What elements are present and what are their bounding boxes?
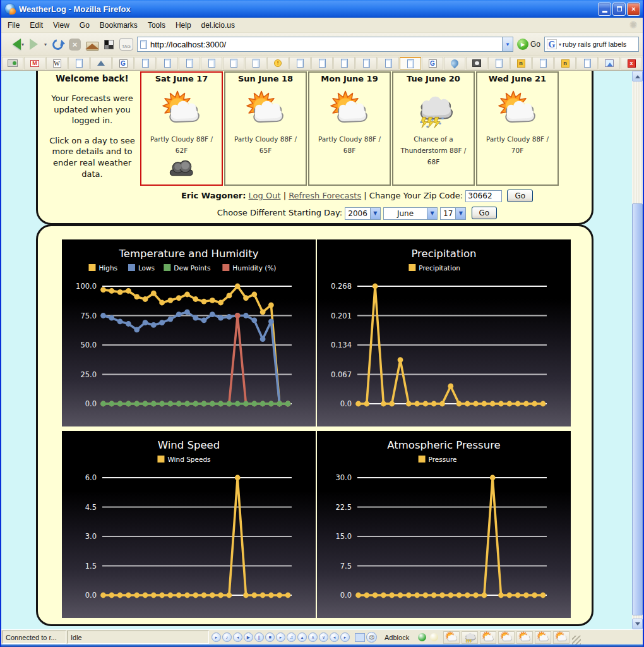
status-weather-4[interactable]	[516, 631, 533, 644]
media-button-0[interactable]: ▸	[212, 632, 221, 642]
month-select[interactable]: June▼	[383, 207, 438, 220]
vertical-scrollbar[interactable]	[632, 71, 643, 629]
status-weather-6[interactable]	[553, 631, 569, 644]
media-button-6[interactable]: ▸	[276, 632, 285, 642]
bookmark-close-28[interactable]: x	[621, 57, 642, 70]
media-button-4[interactable]: ||	[254, 632, 264, 642]
year-select[interactable]: 2006▼	[345, 207, 381, 220]
media-button-5[interactable]: ■	[265, 632, 275, 642]
search-engine-dropdown-icon[interactable]: ▾	[559, 42, 561, 47]
restore-button[interactable]	[612, 3, 626, 16]
bookmark-page-17[interactable]	[378, 57, 399, 70]
media-button-7[interactable]: ♫	[287, 632, 296, 642]
bookmark-page-13[interactable]	[289, 57, 311, 70]
status-weather-2[interactable]	[480, 631, 496, 644]
reload-button[interactable]	[51, 35, 65, 54]
bookmark-google-5[interactable]: G	[112, 57, 134, 70]
bookmark-page-8[interactable]	[179, 57, 200, 70]
bookmark-coin-12[interactable]: !	[267, 57, 289, 70]
back-button[interactable]: ▾	[5, 35, 26, 54]
menu-bookmarks[interactable]: Bookmarks	[95, 19, 143, 32]
close-button[interactable]: ×	[627, 3, 640, 16]
bookmark-tool-0[interactable]	[2, 57, 23, 70]
forward-dropdown-icon[interactable]: ▾	[44, 42, 47, 47]
back-dropdown-icon[interactable]: ▾	[21, 42, 24, 47]
bookmark-page-6[interactable]	[134, 57, 156, 70]
search-box[interactable]: G ▾ ruby rails gruff labels	[544, 37, 639, 52]
menu-view[interactable]: View	[48, 19, 75, 32]
minimize-button[interactable]	[598, 3, 611, 16]
status-weather-0[interactable]	[443, 631, 460, 644]
stop-button[interactable]: ×	[67, 35, 83, 54]
media-button-3[interactable]: ▶	[244, 632, 253, 642]
bookmark-page-3[interactable]	[68, 57, 90, 70]
starting-day-go-button[interactable]: Go	[472, 207, 498, 219]
forecast-day-card-4[interactable]: Wed June 21Partly Cloudy 88F / 70F	[476, 71, 559, 186]
go-button[interactable]: ▶ Go	[515, 39, 542, 50]
media-button-1[interactable]: ♪	[222, 632, 232, 642]
logout-link[interactable]: Log Out	[249, 191, 281, 200]
day-select[interactable]: 17▼	[440, 207, 466, 220]
media-button-10[interactable]: ∨	[319, 632, 328, 642]
bookmark-delicious-4[interactable]	[90, 57, 112, 70]
zip-go-button[interactable]: Go	[507, 190, 533, 202]
bookmark-page-7[interactable]	[157, 57, 178, 70]
url-bar[interactable]: http://localhost:3000/ ▼	[137, 37, 513, 52]
menu-go[interactable]: Go	[75, 19, 95, 32]
menu-help[interactable]: Help	[170, 19, 196, 32]
scroll-down-button[interactable]	[632, 619, 643, 629]
forecast-day-card-0[interactable]: Sat June 17Partly Cloudy 88F / 62F	[140, 71, 223, 186]
url-dropdown-button[interactable]: ▼	[502, 37, 513, 51]
bookmark-mountain-27[interactable]	[599, 57, 620, 70]
bookmark-page-26[interactable]	[576, 57, 598, 70]
home-button[interactable]	[85, 35, 100, 54]
bookmark-wiki-2[interactable]: W	[46, 57, 68, 70]
bookmark-note-23[interactable]: n	[510, 57, 532, 70]
forecast-day-card-1[interactable]: Sun June 18Partly Cloudy 88F / 65F	[224, 71, 307, 186]
bookmark-page-15[interactable]	[333, 57, 355, 70]
tag-button[interactable]: TAG	[117, 35, 135, 54]
indicator-dot-0[interactable]	[418, 633, 426, 641]
bookmark-drupal-20[interactable]	[444, 57, 465, 70]
bookmark-gmail-1[interactable]: M	[24, 57, 45, 70]
window-panel-icon[interactable]	[355, 633, 365, 642]
bookmark-page-11[interactable]	[245, 57, 266, 70]
url-text[interactable]: http://localhost:3000/	[150, 40, 502, 49]
resize-grip-icon[interactable]	[572, 636, 581, 644]
status-weather-1[interactable]	[462, 631, 478, 644]
adblock-label[interactable]: Adblock	[385, 634, 409, 641]
scrollbar-thumb[interactable]	[632, 203, 643, 615]
adblock-status[interactable]: Adblock	[379, 630, 414, 644]
indicator-dot-1[interactable]	[430, 633, 438, 641]
refresh-forecasts-link[interactable]: Refresh Forecasts	[289, 191, 361, 200]
bookmark-page-10[interactable]	[223, 57, 244, 70]
extension-button[interactable]	[102, 35, 116, 54]
scroll-up-button[interactable]	[632, 71, 643, 82]
bookmark-google-19[interactable]: G	[422, 57, 443, 70]
bookmark-photo-21[interactable]	[466, 57, 487, 70]
status-weather-3[interactable]	[498, 631, 515, 644]
media-button-2[interactable]: ◂	[233, 632, 242, 642]
menu-del-icio-us[interactable]: del.icio.us	[196, 19, 240, 32]
search-input[interactable]: ruby rails gruff labels	[563, 40, 626, 48]
sad-face-icon[interactable]: ☹	[366, 632, 377, 643]
forecast-day-card-3[interactable]: Tue June 20Chance of a Thunderstorm 88F …	[392, 71, 475, 186]
menu-tools[interactable]: Tools	[143, 19, 170, 32]
bookmark-page-14[interactable]	[311, 57, 333, 70]
menu-file[interactable]: File	[3, 19, 25, 32]
bookmark-active-18[interactable]	[400, 57, 421, 70]
bookmark-note-25[interactable]: n	[554, 57, 576, 70]
menu-edit[interactable]: Edit	[25, 19, 48, 32]
media-button-12[interactable]: ▸	[340, 632, 350, 642]
media-button-8[interactable]: ▴	[297, 632, 307, 642]
status-weather-5[interactable]	[535, 631, 551, 644]
bookmark-page-16[interactable]	[355, 57, 377, 70]
forecast-day-card-2[interactable]: Mon June 19Partly Cloudy 88F / 68F	[308, 71, 391, 186]
forward-button[interactable]: ▾	[28, 35, 49, 54]
bookmark-page-24[interactable]	[532, 57, 554, 70]
media-button-11[interactable]: ◂	[330, 632, 339, 642]
media-button-9[interactable]: ∧	[308, 632, 318, 642]
zip-code-input[interactable]	[465, 190, 502, 202]
bookmark-page-22[interactable]	[488, 57, 510, 70]
bookmark-page-9[interactable]	[201, 57, 222, 70]
